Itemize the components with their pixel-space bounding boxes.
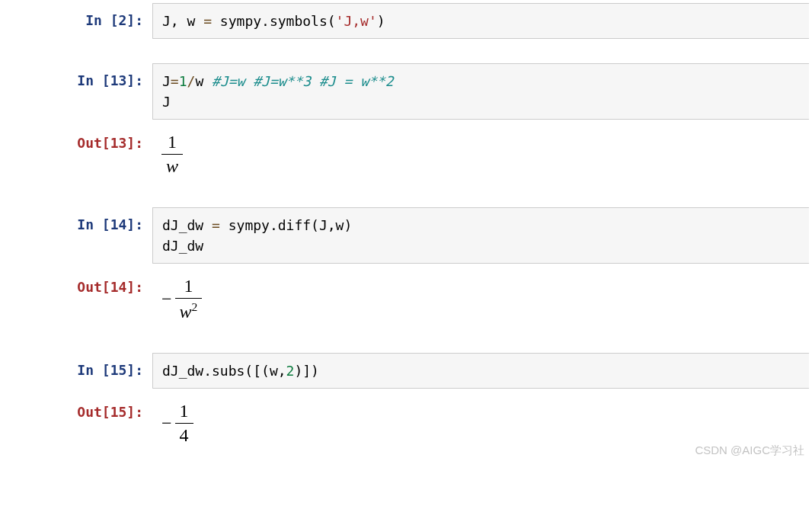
fraction: 1 4 (175, 401, 193, 446)
code-input[interactable]: J, w = sympy.symbols('J,w') (152, 3, 809, 39)
numerator: 1 (175, 401, 193, 423)
output-prompt: Out[14]: (0, 270, 152, 328)
input-prompt: In [14]: (0, 207, 152, 264)
denominator: w (161, 154, 183, 177)
literal-number: 1 (179, 73, 187, 89)
cell-out-15: Out[15]: − 1 4 (0, 395, 812, 452)
fraction: 1 w (161, 132, 183, 177)
comment: #J=w #J=w**3 #J = w**2 (212, 73, 393, 89)
code-line: dJ_dw.subs([(w,2)]) (162, 360, 800, 381)
output-prompt: Out[15]: (0, 395, 152, 452)
code-line: J=1/w #J=w #J=w**3 #J = w**2 (162, 71, 800, 91)
cell-content: J=1/w #J=w #J=w**3 #J = w**2 J (152, 63, 812, 120)
input-prompt: In [2]: (0, 3, 152, 39)
output-prompt: Out[13]: (0, 126, 152, 183)
cell-content: dJ_dw = sympy.diff(J,w) dJ_dw (152, 207, 812, 264)
cell-content: − 1 4 (152, 395, 812, 452)
variable-w: w (180, 302, 192, 322)
output-latex: − 1 w2 (152, 270, 809, 328)
denominator: 4 (175, 423, 193, 446)
cell-out-13: Out[13]: 1 w (0, 126, 812, 183)
cell-in-2: In [2]: J, w = sympy.symbols('J,w') (0, 3, 812, 39)
code-line: dJ_dw (162, 235, 800, 256)
code-input[interactable]: J=1/w #J=w #J=w**3 #J = w**2 J (152, 63, 809, 120)
input-prompt: In [15]: (0, 353, 152, 389)
cell-content: 1 w (152, 126, 812, 183)
output-latex: − 1 4 (152, 395, 809, 452)
code-input[interactable]: dJ_dw.subs([(w,2)]) (152, 353, 809, 389)
code-line: J, w = sympy.symbols('J,w') (162, 11, 800, 31)
cell-in-13: In [13]: J=1/w #J=w #J=w**3 #J = w**2 J (0, 63, 812, 120)
minus-sign: − (161, 413, 175, 434)
fraction: 1 w2 (175, 276, 203, 322)
cell-out-14: Out[14]: − 1 w2 (0, 270, 812, 328)
minus-sign: − (161, 289, 175, 309)
cell-in-15: In [15]: dJ_dw.subs([(w,2)]) (0, 353, 812, 389)
negated-fraction: − 1 w2 (161, 276, 800, 322)
numerator: 1 (175, 276, 203, 298)
numerator: 1 (161, 132, 183, 154)
cell-in-14: In [14]: dJ_dw = sympy.diff(J,w) dJ_dw (0, 207, 812, 264)
code-line: J (162, 91, 800, 112)
cell-content: − 1 w2 (152, 270, 812, 328)
code-line: dJ_dw = sympy.diff(J,w) (162, 215, 800, 235)
cell-content: J, w = sympy.symbols('J,w') (152, 3, 812, 39)
negated-fraction: − 1 4 (161, 401, 800, 446)
cell-content: dJ_dw.subs([(w,2)]) (152, 353, 812, 389)
exponent: 2 (192, 300, 198, 313)
code-input[interactable]: dJ_dw = sympy.diff(J,w) dJ_dw (152, 207, 809, 264)
output-latex: 1 w (152, 126, 809, 183)
denominator: w2 (175, 298, 203, 322)
literal-number: 2 (286, 363, 295, 379)
input-prompt: In [13]: (0, 63, 152, 120)
